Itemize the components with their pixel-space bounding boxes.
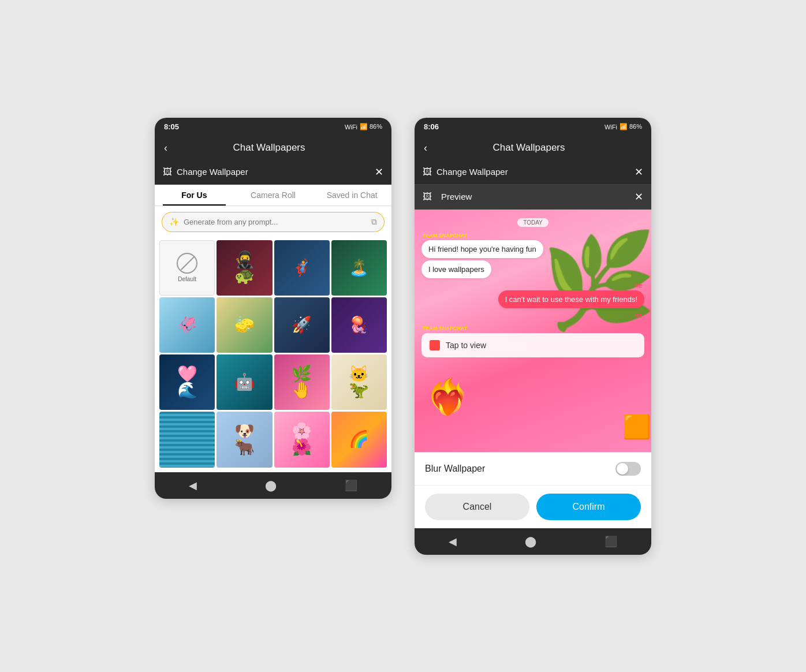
sender-me-2: ME (421, 313, 644, 319)
bottom-nav-right: ◀ ⬤ ⬛ (415, 528, 651, 555)
blur-toggle[interactable] (615, 462, 641, 476)
chat-date-badge: TODAY (517, 218, 548, 227)
wallpaper-6[interactable]: 🚀 (274, 297, 330, 353)
wallpaper-13[interactable]: 🐶🐂 (217, 412, 272, 467)
wallpaper-5[interactable]: 🧽 (217, 297, 272, 353)
toggle-thumb (617, 463, 628, 475)
recent-nav-btn-left[interactable]: ⬛ (345, 479, 357, 492)
tab-saved-in-chat[interactable]: Saved in Chat (312, 185, 391, 206)
nav-bar-right: ‹ Chat Wallpapers (415, 136, 651, 160)
bubble-row-1: Hi friend! hope you're having fun (421, 240, 644, 258)
modal-header-left: 🖼 Change Wallpaper ✕ (155, 160, 391, 185)
wallpaper-grid: Default 🥷🐢 🦸‍♂️ 🏝️ 🦑 (159, 240, 387, 468)
back-nav-btn-right[interactable]: ◀ (449, 535, 457, 548)
time-right: 8:06 (424, 122, 439, 131)
sender-snapchat-1: TEAM SNAPCHAT (421, 233, 644, 238)
chat-bubble-2: I love wallpapers (421, 260, 491, 278)
wallpaper-8[interactable]: 🩷🌊 (159, 354, 215, 410)
right-phone: 8:06 WiFi 📶 86% ‹ Chat Wallpapers 🖼 Chan… (415, 118, 651, 555)
bubble-row-me: I can't wait to use these with my friend… (421, 290, 644, 308)
wallpaper-14[interactable]: 🌸🌺 (274, 412, 330, 467)
default-circle-icon (177, 253, 197, 274)
confirm-button[interactable]: Confirm (536, 494, 641, 520)
wallpaper-9[interactable]: 🤖 (217, 354, 272, 410)
sender-me: ME (421, 283, 644, 289)
wallpaper-11[interactable]: 🐱🦖 (331, 354, 387, 410)
search-input[interactable] (184, 218, 367, 226)
wallpaper-default[interactable]: Default (159, 240, 215, 296)
tab-for-us[interactable]: For Us (155, 185, 234, 206)
nav-title-left: Chat Wallpapers (174, 142, 364, 154)
red-square-icon (430, 340, 440, 350)
wallpaper-scroll: Default 🥷🐢 🦸‍♂️ 🏝️ 🦑 (155, 238, 391, 472)
change-wallpaper-header: 🖼 Change Wallpaper ✕ (415, 160, 651, 185)
nav-bar-left: ‹ Chat Wallpapers (155, 136, 391, 160)
wallpaper-12[interactable] (159, 412, 215, 467)
sparkle-icon: ✨ (169, 217, 179, 226)
wallpaper-4[interactable]: 🦑 (159, 297, 215, 353)
modal-icon-right: 🖼 (423, 167, 432, 177)
status-icons-right: WiFi 📶 86% (604, 123, 642, 130)
back-button-left[interactable]: ‹ (164, 142, 167, 154)
status-bar-left: 8:05 WiFi 📶 86% (155, 118, 391, 136)
cancel-button[interactable]: Cancel (425, 494, 529, 520)
bottom-nav-left: ◀ ⬤ ⬛ (155, 472, 391, 499)
msg-group-me2: ME (421, 313, 644, 319)
search-bar: ✨ ⧉ (162, 212, 385, 232)
wallpaper-2[interactable]: 🦸‍♂️ (274, 240, 330, 296)
chat-bubble-1: Hi friend! hope you're having fun (421, 240, 543, 258)
bubble-row-2: I love wallpapers (421, 260, 644, 278)
preview-icon: 🖼 (423, 192, 432, 202)
chat-date: TODAY (421, 216, 644, 227)
modal-title-left: Change Wallpaper (177, 167, 375, 177)
sender-snapchat-2: TEAM SNAPCHAT (421, 326, 644, 331)
blur-wallpaper-label: Blur Wallpaper (425, 464, 615, 474)
left-phone: 8:05 WiFi 📶 86% ‹ Chat Wallpapers 🖼 Chan… (155, 118, 391, 499)
wallpaper-10[interactable]: 🌿🤚 (274, 354, 330, 410)
wallpaper-3[interactable]: 🏝️ (331, 240, 387, 296)
copy-icon[interactable]: ⧉ (371, 217, 377, 227)
action-buttons: Cancel Confirm (415, 485, 651, 528)
preview-title: Preview (441, 192, 635, 201)
blur-wallpaper-row: Blur Wallpaper (415, 452, 651, 485)
modal-close-left[interactable]: ✕ (375, 166, 383, 178)
home-nav-btn-right[interactable]: ⬤ (525, 535, 536, 548)
msg-group-1: TEAM SNAPCHAT Hi friend! hope you're hav… (421, 233, 644, 278)
preview-header: 🖼 Preview ✕ (415, 185, 651, 210)
msg-group-me: ME I can't wait to use these with my fri… (421, 283, 644, 308)
heart-decoration: ❤️‍🔥 (426, 376, 469, 417)
wallpaper-15[interactable]: 🌈 (331, 412, 387, 467)
chat-preview: 🌿 ❤️‍🔥 🟧 TODAY TEAM SNAPCHAT Hi friend! … (415, 210, 651, 452)
preview-close[interactable]: ✕ (635, 191, 643, 203)
orange-shapes: 🟧 (622, 413, 651, 440)
back-button-right[interactable]: ‹ (424, 142, 427, 154)
time-left: 8:05 (164, 122, 179, 131)
modal-icon-left: 🖼 (163, 167, 172, 177)
wallpaper-7[interactable]: 🪼 (331, 297, 387, 353)
nav-title-right: Chat Wallpapers (434, 142, 624, 154)
recent-nav-btn-right[interactable]: ⬛ (604, 535, 617, 548)
tap-to-view-box[interactable]: Tap to view (421, 333, 644, 357)
tabs-left: For Us Camera Roll Saved in Chat (155, 185, 391, 206)
change-wallpaper-close[interactable]: ✕ (635, 166, 643, 178)
change-wallpaper-title: Change Wallpaper (436, 167, 635, 177)
msg-group-tap: TEAM SNAPCHAT Tap to view (421, 326, 644, 357)
status-bar-right: 8:06 WiFi 📶 86% (415, 118, 651, 136)
tab-camera-roll[interactable]: Camera Roll (234, 185, 313, 206)
status-icons-left: WiFi 📶 86% (345, 123, 382, 130)
chat-bubble-me: I can't wait to use these with my friend… (498, 290, 644, 308)
tap-to-view-label: Tap to view (446, 341, 486, 350)
back-nav-btn-left[interactable]: ◀ (189, 479, 197, 492)
screenshot-container: 8:05 WiFi 📶 86% ‹ Chat Wallpapers 🖼 Chan… (155, 118, 651, 555)
wallpaper-1[interactable]: 🥷🐢 (217, 240, 272, 296)
home-nav-btn-left[interactable]: ⬤ (265, 479, 277, 492)
default-label: Default (178, 276, 196, 282)
